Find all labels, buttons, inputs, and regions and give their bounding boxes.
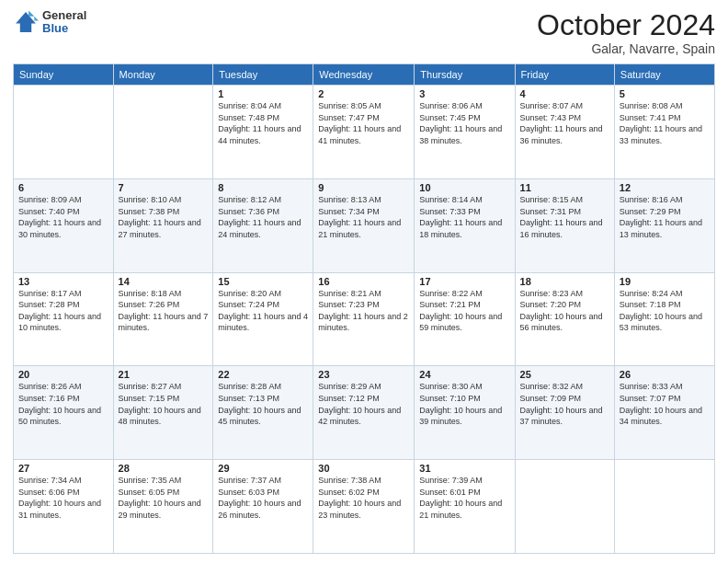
- day-info: Sunrise: 8:15 AM Sunset: 7:31 PM Dayligh…: [520, 194, 609, 240]
- day-info: Sunrise: 8:18 AM Sunset: 7:26 PM Dayligh…: [119, 288, 209, 334]
- day-number: 23: [318, 369, 409, 380]
- col-thursday: Thursday: [415, 64, 515, 86]
- day-info: Sunrise: 8:33 AM Sunset: 7:07 PM Dayligh…: [620, 381, 710, 427]
- calendar-cell: 8Sunrise: 8:12 AM Sunset: 7:36 PM Daylig…: [213, 178, 313, 272]
- day-info: Sunrise: 8:27 AM Sunset: 7:15 PM Dayligh…: [119, 381, 209, 427]
- col-wednesday: Wednesday: [313, 64, 415, 86]
- col-sunday: Sunday: [14, 64, 114, 86]
- calendar-cell: 27Sunrise: 7:34 AM Sunset: 6:06 PM Dayli…: [14, 460, 114, 554]
- calendar-cell: 17Sunrise: 8:22 AM Sunset: 7:21 PM Dayli…: [415, 272, 515, 366]
- calendar: Sunday Monday Tuesday Wednesday Thursday…: [13, 63, 715, 554]
- day-number: 6: [18, 182, 108, 193]
- day-number: 21: [119, 369, 209, 380]
- day-info: Sunrise: 8:10 AM Sunset: 7:38 PM Dayligh…: [119, 194, 209, 240]
- day-number: 25: [520, 369, 609, 380]
- calendar-cell: [113, 86, 213, 179]
- calendar-week-row: 13Sunrise: 8:17 AM Sunset: 7:28 PM Dayli…: [14, 272, 715, 366]
- day-number: 14: [119, 276, 209, 287]
- day-info: Sunrise: 8:22 AM Sunset: 7:21 PM Dayligh…: [419, 288, 509, 334]
- day-number: 26: [620, 369, 710, 380]
- calendar-cell: 20Sunrise: 8:26 AM Sunset: 7:16 PM Dayli…: [14, 366, 114, 460]
- day-number: 2: [318, 88, 409, 99]
- day-info: Sunrise: 8:17 AM Sunset: 7:28 PM Dayligh…: [18, 288, 108, 334]
- calendar-cell: 1Sunrise: 8:04 AM Sunset: 7:48 PM Daylig…: [213, 86, 313, 179]
- calendar-cell: 28Sunrise: 7:35 AM Sunset: 6:05 PM Dayli…: [113, 460, 213, 554]
- calendar-week-row: 27Sunrise: 7:34 AM Sunset: 6:06 PM Dayli…: [14, 460, 715, 554]
- day-info: Sunrise: 8:32 AM Sunset: 7:09 PM Dayligh…: [520, 381, 609, 427]
- day-number: 8: [218, 182, 308, 193]
- logo-general-text: General: [42, 9, 86, 22]
- day-info: Sunrise: 8:26 AM Sunset: 7:16 PM Dayligh…: [18, 381, 108, 427]
- calendar-cell: 21Sunrise: 8:27 AM Sunset: 7:15 PM Dayli…: [113, 366, 213, 460]
- calendar-cell: 29Sunrise: 7:37 AM Sunset: 6:03 PM Dayli…: [213, 460, 313, 554]
- day-number: 7: [119, 182, 209, 193]
- calendar-cell: 12Sunrise: 8:16 AM Sunset: 7:29 PM Dayli…: [614, 178, 714, 272]
- calendar-cell: 22Sunrise: 8:28 AM Sunset: 7:13 PM Dayli…: [213, 366, 313, 460]
- day-number: 3: [419, 88, 509, 99]
- day-info: Sunrise: 7:35 AM Sunset: 6:05 PM Dayligh…: [119, 475, 209, 521]
- day-info: Sunrise: 8:14 AM Sunset: 7:33 PM Dayligh…: [419, 194, 509, 240]
- day-info: Sunrise: 8:21 AM Sunset: 7:23 PM Dayligh…: [318, 288, 409, 334]
- calendar-header-row: Sunday Monday Tuesday Wednesday Thursday…: [14, 64, 715, 86]
- day-number: 16: [318, 276, 409, 287]
- day-number: 31: [419, 463, 509, 474]
- day-info: Sunrise: 7:37 AM Sunset: 6:03 PM Dayligh…: [218, 475, 308, 521]
- calendar-cell: 23Sunrise: 8:29 AM Sunset: 7:12 PM Dayli…: [313, 366, 415, 460]
- calendar-cell: 9Sunrise: 8:13 AM Sunset: 7:34 PM Daylig…: [313, 178, 415, 272]
- calendar-cell: 15Sunrise: 8:20 AM Sunset: 7:24 PM Dayli…: [213, 272, 313, 366]
- calendar-cell: 18Sunrise: 8:23 AM Sunset: 7:20 PM Dayli…: [515, 272, 614, 366]
- col-monday: Monday: [113, 64, 213, 86]
- day-number: 18: [520, 276, 609, 287]
- calendar-cell: [614, 460, 714, 554]
- day-info: Sunrise: 8:13 AM Sunset: 7:34 PM Dayligh…: [318, 194, 409, 240]
- calendar-cell: 26Sunrise: 8:33 AM Sunset: 7:07 PM Dayli…: [614, 366, 714, 460]
- day-number: 11: [520, 182, 609, 193]
- day-info: Sunrise: 7:34 AM Sunset: 6:06 PM Dayligh…: [18, 475, 108, 521]
- day-info: Sunrise: 8:23 AM Sunset: 7:20 PM Dayligh…: [520, 288, 609, 334]
- logo-text: General Blue: [42, 9, 86, 36]
- title-block: October 2024 Galar, Navarre, Spain: [537, 9, 715, 56]
- logo: General Blue: [13, 9, 86, 36]
- day-number: 29: [218, 463, 308, 474]
- day-number: 15: [218, 276, 308, 287]
- day-number: 27: [18, 463, 108, 474]
- col-friday: Friday: [515, 64, 614, 86]
- calendar-week-row: 6Sunrise: 8:09 AM Sunset: 7:40 PM Daylig…: [14, 178, 715, 272]
- calendar-cell: 31Sunrise: 7:39 AM Sunset: 6:01 PM Dayli…: [415, 460, 515, 554]
- day-number: 13: [18, 276, 108, 287]
- logo-blue-text: Blue: [42, 22, 86, 35]
- calendar-cell: 19Sunrise: 8:24 AM Sunset: 7:18 PM Dayli…: [614, 272, 714, 366]
- day-number: 22: [218, 369, 308, 380]
- calendar-cell: 25Sunrise: 8:32 AM Sunset: 7:09 PM Dayli…: [515, 366, 614, 460]
- day-info: Sunrise: 8:09 AM Sunset: 7:40 PM Dayligh…: [18, 194, 108, 240]
- page: General Blue October 2024 Galar, Navarre…: [0, 0, 728, 563]
- day-number: 17: [419, 276, 509, 287]
- calendar-cell: 11Sunrise: 8:15 AM Sunset: 7:31 PM Dayli…: [515, 178, 614, 272]
- day-info: Sunrise: 7:39 AM Sunset: 6:01 PM Dayligh…: [419, 475, 509, 521]
- calendar-cell: 4Sunrise: 8:07 AM Sunset: 7:43 PM Daylig…: [515, 86, 614, 179]
- calendar-week-row: 1Sunrise: 8:04 AM Sunset: 7:48 PM Daylig…: [14, 86, 715, 179]
- day-number: 19: [620, 276, 710, 287]
- day-info: Sunrise: 8:20 AM Sunset: 7:24 PM Dayligh…: [218, 288, 308, 334]
- day-info: Sunrise: 8:29 AM Sunset: 7:12 PM Dayligh…: [318, 381, 409, 427]
- day-number: 9: [318, 182, 409, 193]
- day-number: 10: [419, 182, 509, 193]
- day-number: 28: [119, 463, 209, 474]
- calendar-cell: [14, 86, 114, 179]
- day-info: Sunrise: 8:06 AM Sunset: 7:45 PM Dayligh…: [419, 100, 509, 146]
- calendar-cell: 7Sunrise: 8:10 AM Sunset: 7:38 PM Daylig…: [113, 178, 213, 272]
- header: General Blue October 2024 Galar, Navarre…: [13, 9, 715, 56]
- day-info: Sunrise: 8:07 AM Sunset: 7:43 PM Dayligh…: [520, 100, 609, 146]
- day-number: 20: [18, 369, 108, 380]
- calendar-cell: 16Sunrise: 8:21 AM Sunset: 7:23 PM Dayli…: [313, 272, 415, 366]
- calendar-week-row: 20Sunrise: 8:26 AM Sunset: 7:16 PM Dayli…: [14, 366, 715, 460]
- day-number: 24: [419, 369, 509, 380]
- day-number: 1: [218, 88, 308, 99]
- day-info: Sunrise: 8:04 AM Sunset: 7:48 PM Dayligh…: [218, 100, 308, 146]
- day-number: 12: [620, 182, 710, 193]
- logo-icon: [13, 9, 39, 35]
- day-number: 4: [520, 88, 609, 99]
- location-subtitle: Galar, Navarre, Spain: [537, 41, 715, 56]
- col-saturday: Saturday: [614, 64, 714, 86]
- calendar-cell: 5Sunrise: 8:08 AM Sunset: 7:41 PM Daylig…: [614, 86, 714, 179]
